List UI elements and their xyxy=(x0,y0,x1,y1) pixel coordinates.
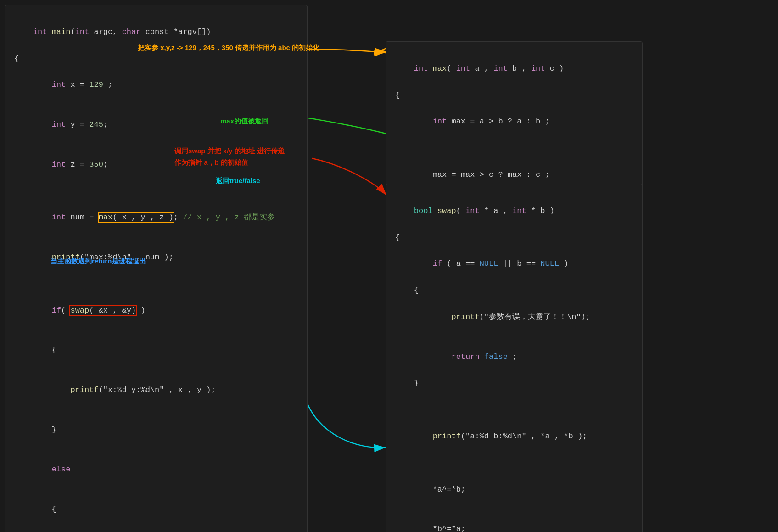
annotation-red2: 作为指针 a，b 的初始值 xyxy=(174,158,248,167)
code-line-m9 xyxy=(14,278,298,291)
main-code-panel: int main(int argc, char const *argv[]) {… xyxy=(5,5,308,532)
code-line-s8 xyxy=(395,390,633,403)
code-line-m12: printf("x:%d y:%d\n" , x , y ); xyxy=(14,370,298,410)
code-line-m6 xyxy=(14,185,298,198)
annotation-orange: 把实参 x,y,z -> 129，245，350 传递并作用为 abc 的初始化 xyxy=(138,44,319,52)
code-line-m11: { xyxy=(14,330,298,370)
code-line-m7: int num = max( x , y , z ); // x , y , z… xyxy=(14,198,298,238)
code-line-x1: int max( int a , int b , int c ) xyxy=(395,49,633,89)
code-line-s7: } xyxy=(395,377,633,390)
code-line-s6: return false ; xyxy=(395,337,633,377)
code-line-s12: *a^=*b; xyxy=(395,470,633,510)
code-line-s5: printf("参数有误，大意了！！\n"); xyxy=(395,297,633,337)
code-line-m13: } xyxy=(14,410,298,450)
code-line-m2: { xyxy=(14,52,298,66)
code-line-m15: { xyxy=(14,490,298,530)
code-line-s13: *b^=*a; xyxy=(395,510,633,532)
code-line-s1: bool swap( int * a , int * b ) xyxy=(395,191,633,231)
code-line-m14: else xyxy=(14,450,298,490)
code-line-s3: if ( a == NULL || b == NULL ) xyxy=(395,245,633,285)
code-line-m10: if( swap( &x , &y) ) xyxy=(14,291,298,331)
code-line-m3: int x = 129 ; xyxy=(14,66,298,106)
code-line-s10: printf("a:%d b:%d\n" , *a , *b ); xyxy=(395,417,633,457)
code-line-s9 xyxy=(395,403,633,417)
code-line-s2: { xyxy=(395,231,633,245)
code-line-x4 xyxy=(395,142,633,155)
code-line-x2: { xyxy=(395,89,633,102)
annotation-cyan: 返回true/false xyxy=(216,177,260,185)
code-line-s4: { xyxy=(395,284,633,297)
annotation-blue-bottom: 当主函数遇到return是进程退出 xyxy=(50,257,146,266)
code-line-s11 xyxy=(395,457,633,470)
annotation-red1: 调用swap 并把 x/y 的地址 进行传递 xyxy=(174,147,285,156)
swap-code-panel: bool swap( int * a , int * b ) { if ( a … xyxy=(386,184,643,532)
code-line-x3: int max = a > b ? a : b ; xyxy=(395,102,633,142)
code-line-m16: printf("交换失败 ！！\n"); xyxy=(14,530,298,532)
annotation-green: max的值被返回 xyxy=(220,117,269,126)
